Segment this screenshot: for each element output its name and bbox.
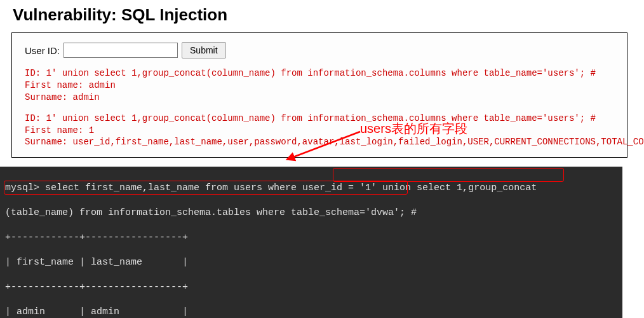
result-surname: Surname: admin [25, 92, 617, 104]
terminal-area: mysql> select first_name,last_name from … [0, 167, 644, 318]
result-id-line: ID: 1' union select 1,group_concat(colum… [25, 113, 617, 125]
vulnerability-panel: User ID: Submit ID: 1' union select 1,gr… [11, 32, 627, 158]
user-id-form: User ID: Submit [25, 42, 617, 59]
submit-button[interactable]: Submit [182, 42, 226, 59]
terminal-query-line1: select first_name,last_name from users w… [39, 183, 537, 193]
mysql-terminal: mysql> select first_name,last_name from … [0, 167, 622, 318]
result-block-1: ID: 1' union select 1,group_concat(colum… [25, 67, 617, 148]
user-id-input[interactable] [64, 43, 178, 58]
annotation-label: users表的所有字段 [360, 120, 467, 137]
terminal-table-border: +------------+-----------------+ [0, 281, 622, 294]
terminal-table-header: | first_name | last_name | [0, 256, 622, 269]
terminal-query-line2: (table_name) from information_schema.tab… [0, 207, 622, 219]
result-surname: Surname: user_id,first_name,last_name,us… [25, 136, 617, 148]
result-id-line: ID: 1' union select 1,group_concat(colum… [25, 67, 617, 80]
page-title: Vulnerability: SQL Injection [13, 5, 644, 25]
user-id-label: User ID: [25, 45, 60, 56]
terminal-table-row: | admin | admin | [0, 306, 622, 318]
result-first-name: First name: 1 [25, 125, 617, 137]
terminal-table-border: +------------+-----------------+ [0, 232, 622, 244]
result-first-name: First name: admin [25, 80, 617, 92]
terminal-prompt: mysql> [5, 183, 39, 193]
